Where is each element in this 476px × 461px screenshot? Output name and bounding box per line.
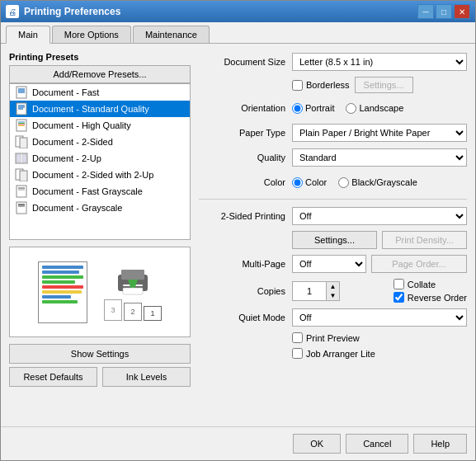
color-color-label[interactable]: Color [292, 177, 327, 188]
bottom-buttons: Show Settings Reset Defaults Ink Levels [9, 344, 191, 387]
copies-spinners: ▲ ▼ [326, 282, 339, 300]
tabs-bar: Main More Options Maintenance [1, 22, 475, 44]
two-sided-row: 2-Sided Printing Off [199, 206, 467, 226]
show-settings-button[interactable]: Show Settings [9, 344, 191, 364]
doc-line-2 [42, 270, 79, 274]
job-arranger-checkbox[interactable] [292, 348, 303, 359]
preset-item-high-quality[interactable]: Document - High Quality [10, 117, 190, 134]
help-button[interactable]: Help [413, 434, 467, 454]
right-panel: Document Size Letter (8.5 x 11 in) Borde… [199, 52, 467, 418]
svg-rect-17 [22, 154, 26, 162]
copies-down-button[interactable]: ▼ [326, 291, 339, 300]
borderless-row: Borderless Settings... [292, 77, 467, 93]
paper-type-control: Plain Paper / Bright White Paper [292, 124, 467, 142]
document-size-label: Document Size [199, 57, 285, 67]
presets-section: Printing Presets Add/Remove Presets... D… [9, 52, 191, 240]
svg-rect-23 [16, 202, 26, 214]
bw-radio[interactable] [338, 177, 349, 188]
document-size-control: Letter (8.5 x 11 in) [292, 53, 467, 71]
preset-item-2up[interactable]: Document - 2-Up [10, 150, 190, 167]
tab-main[interactable]: Main [6, 26, 50, 44]
color-label: Color [199, 177, 285, 187]
copies-controls: ▲ ▼ Collate Reverse Order [292, 279, 467, 303]
svg-rect-27 [121, 270, 144, 280]
print-density-button[interactable]: Print Density... [382, 231, 467, 249]
ok-button[interactable]: OK [293, 434, 341, 454]
doc-line-6 [42, 290, 82, 294]
preset-item-2sided-2up[interactable]: Document - 2-Sided with 2-Up [10, 167, 190, 183]
doc-line-8 [42, 300, 78, 303]
preset-item-grayscale[interactable]: Document - Grayscale [10, 200, 190, 216]
page-order-button[interactable]: Page Order... [371, 255, 467, 273]
preset-label-2sided: Document - 2-Sided [32, 137, 113, 147]
preset-item-2sided[interactable]: Document - 2-Sided [10, 134, 190, 150]
minimize-button[interactable]: ─ [417, 4, 434, 19]
close-button[interactable]: ✕ [454, 4, 470, 19]
print-preview-text: Print Preview [306, 333, 360, 343]
presets-label: Printing Presets [9, 52, 191, 62]
copies-input[interactable] [293, 282, 326, 300]
two-sided-select[interactable]: Off [292, 207, 467, 225]
btn-row-1: Show Settings [9, 344, 191, 364]
multipage-row: Multi-Page Off Page Order... [199, 254, 467, 274]
color-row: Color Color Black/Grayscale [199, 172, 467, 192]
collate-box-3: 3 [104, 299, 122, 321]
preset-icon-2up [15, 152, 28, 165]
portrait-label[interactable]: Portrait [292, 103, 334, 114]
reset-defaults-button[interactable]: Reset Defaults [9, 367, 97, 387]
collate-box-2: 2 [124, 303, 142, 321]
preset-label-2sided-2up: Document - 2-Sided with 2-Up [32, 170, 153, 180]
tab-maintenance[interactable]: Maintenance [133, 26, 210, 43]
settings-button[interactable]: Settings... [292, 231, 377, 249]
cancel-button[interactable]: Cancel [346, 434, 408, 454]
multipage-select[interactable]: Off [292, 255, 366, 273]
svg-rect-20 [16, 186, 26, 197]
landscape-radio[interactable] [346, 103, 356, 114]
paper-type-label: Paper Type [199, 128, 285, 138]
add-remove-presets-button[interactable]: Add/Remove Presets... [9, 65, 191, 83]
paper-type-select[interactable]: Plain Paper / Bright White Paper [292, 124, 467, 142]
svg-rect-19 [20, 171, 27, 181]
preset-item-fast-grayscale[interactable]: Document - Fast Grayscale [10, 183, 190, 200]
job-arranger-label[interactable]: Job Arranger Lite [292, 348, 467, 359]
orientation-group: Portrait Landscape [292, 103, 467, 114]
preset-item-standard[interactable]: Document - Standard Quality [10, 101, 190, 117]
tab-more-options[interactable]: More Options [52, 26, 131, 43]
collate-label[interactable]: Collate [394, 279, 467, 289]
document-size-row: Document Size Letter (8.5 x 11 in) [199, 52, 467, 72]
borderless-text: Borderless [306, 80, 350, 90]
preset-item-fast[interactable]: Document - Fast [10, 84, 190, 101]
reverse-order-checkbox[interactable] [394, 292, 404, 303]
print-preview-checkbox[interactable] [292, 332, 303, 343]
window-title: Printing Preferences [24, 6, 120, 17]
quiet-mode-select[interactable]: Off [292, 308, 467, 327]
left-panel: Printing Presets Add/Remove Presets... D… [9, 52, 191, 418]
color-radio[interactable] [292, 177, 303, 188]
collate-checkbox[interactable] [394, 279, 404, 289]
borderless-settings-button[interactable]: Settings... [355, 77, 413, 93]
portrait-text: Portrait [305, 103, 334, 113]
job-arranger-row: Job Arranger Lite [292, 348, 467, 359]
color-bw-label[interactable]: Black/Grayscale [338, 177, 417, 188]
portrait-radio[interactable] [292, 103, 303, 114]
color-color-text: Color [305, 177, 327, 187]
preset-label-standard: Document - Standard Quality [32, 104, 149, 114]
btn-row-2: Reset Defaults Ink Levels [9, 367, 191, 387]
maximize-button[interactable]: □ [436, 4, 452, 19]
preset-label-fast-grayscale: Document - Fast Grayscale [32, 186, 143, 196]
copies-up-button[interactable]: ▲ [326, 282, 339, 291]
quality-select[interactable]: Standard [292, 148, 467, 167]
print-preview-label[interactable]: Print Preview [292, 332, 467, 343]
ink-levels-button[interactable]: Ink Levels [102, 367, 191, 387]
document-size-select[interactable]: Letter (8.5 x 11 in) [292, 53, 467, 71]
collate-box-1: 1 [144, 306, 162, 321]
landscape-label[interactable]: Landscape [346, 103, 403, 114]
svg-rect-16 [16, 154, 21, 162]
borderless-label[interactable]: Borderless [292, 80, 350, 91]
svg-rect-14 [20, 138, 27, 148]
doc-line-7 [42, 295, 71, 299]
settings-density-row: Settings... Print Density... [292, 231, 467, 249]
reverse-order-label[interactable]: Reverse Order [394, 292, 467, 303]
title-bar-controls: ─ □ ✕ [417, 4, 470, 19]
borderless-checkbox[interactable] [292, 80, 303, 91]
